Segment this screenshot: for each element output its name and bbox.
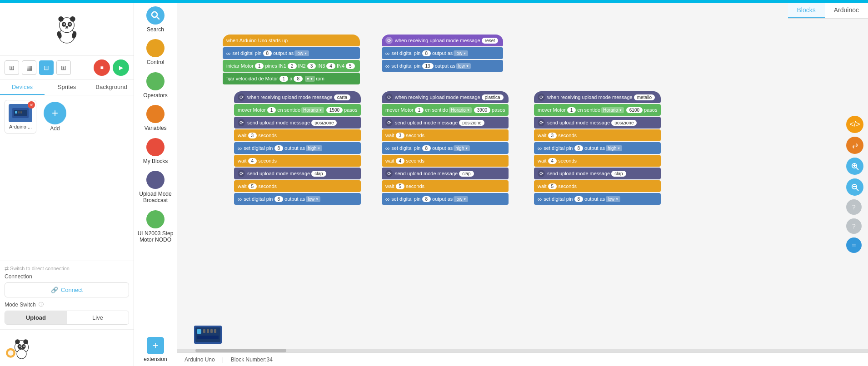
svg-rect-36 xyxy=(197,336,219,339)
view-grid2-btn[interactable]: ▦ xyxy=(22,60,36,75)
view-controls: ⊞ ▦ ⊟ ⊞ ■ ▶ xyxy=(0,56,134,80)
set-digital-1[interactable]: ∞ set digital pin 8 output as low xyxy=(223,47,360,59)
svg-rect-35 xyxy=(214,329,216,333)
help2-btn[interactable]: ? xyxy=(846,218,862,234)
play-btn[interactable]: ▶ xyxy=(113,59,129,76)
extension-icon: + xyxy=(147,337,164,354)
zoom-in-btn[interactable] xyxy=(846,158,863,175)
tab-sprites[interactable]: Sprites xyxy=(45,80,89,95)
set-digital-carta-high[interactable]: ∞ set digital pin 8 output as high xyxy=(234,142,361,154)
hat-block-carta[interactable]: ⟳ when receiving upload mode message car… xyxy=(234,91,361,103)
palette-control[interactable]: Control xyxy=(146,39,165,65)
wait-4-metallo[interactable]: wait 4 seconds xyxy=(534,155,661,167)
mover-motor-carta[interactable]: mover Motor 1 en sentido Horario 1500 pa… xyxy=(234,104,361,116)
left-panel: ⊞ ▦ ⊟ ⊞ ■ ▶ Devices Sprites Background xyxy=(0,3,134,366)
eq-btn[interactable]: = xyxy=(846,237,862,253)
palette-operators[interactable]: Operators xyxy=(143,72,167,99)
wait-3-metallo[interactable]: wait 3 seconds xyxy=(534,129,661,141)
connect-btn[interactable]: 🔗 Connect xyxy=(5,282,129,297)
mover-motor-plastica[interactable]: mover Motor 1 en sentido Horario 3900 pa… xyxy=(382,104,509,116)
send-upload-plastica[interactable]: ⟳ send upload mode message posizione xyxy=(382,117,509,129)
tab-arduinoc[interactable]: Arduinoc xyxy=(825,3,868,18)
hat-block-metallo[interactable]: ⟳ when receiving upload mode message met… xyxy=(534,91,661,103)
mover-motor-metallo[interactable]: mover Motor 1 en sentido Horario 6100 pa… xyxy=(534,104,661,116)
panda-mascot xyxy=(49,11,85,47)
wait-5-metallo[interactable]: wait 5 seconds xyxy=(534,180,661,192)
hat-block-2[interactable]: ⟳ when receiving upload mode message res… xyxy=(382,35,503,46)
send-upload-carta[interactable]: ⟳ send upload mode message posizione xyxy=(234,117,361,129)
set-digital-2a[interactable]: ∞ set digital pin 8 output as low xyxy=(382,47,503,59)
myblocks-icon xyxy=(146,138,165,156)
arduino-board-img xyxy=(193,323,223,348)
send-upload-clap-carta[interactable]: ⟳ send upload mode message clap xyxy=(234,168,361,179)
help-btn[interactable]: ? xyxy=(846,199,862,215)
tab-devices[interactable]: Devices xyxy=(0,80,45,95)
mascot-area xyxy=(0,3,134,56)
set-digital-2b[interactable]: ∞ set digital pin 13 output as low xyxy=(382,60,503,72)
h-scrollbar-thumb[interactable] xyxy=(195,349,286,352)
uln2003-icon xyxy=(146,210,165,228)
h-scrollbar[interactable] xyxy=(177,349,868,352)
control-label: Control xyxy=(147,59,165,65)
uln2003-label: ULN2003 Step Motor NODO xyxy=(136,230,175,243)
send-upload-metallo[interactable]: ⟳ send upload mode message posizione xyxy=(534,117,661,129)
app-container: ⊞ ▦ ⊟ ⊞ ■ ▶ Devices Sprites Background xyxy=(0,0,868,366)
svg-point-2 xyxy=(58,16,64,22)
live-mode-btn[interactable]: Live xyxy=(67,311,129,324)
extension-btn[interactable]: + extension xyxy=(144,337,167,362)
uploadmode-label: Upload Mode Broadcast xyxy=(136,191,175,204)
palette-variables[interactable]: Variables xyxy=(144,105,166,131)
svg-point-8 xyxy=(65,26,68,28)
arrow-btn[interactable]: ⇄ xyxy=(846,137,863,154)
wait-3-plastica[interactable]: wait 3 seconds xyxy=(382,129,509,141)
add-device-btn[interactable]: + xyxy=(44,102,66,124)
palette-uln2003[interactable]: ULN2003 Step Motor NODO xyxy=(136,210,175,243)
operators-icon xyxy=(146,72,165,90)
wait-5-plastica[interactable]: wait 5 seconds xyxy=(382,180,509,192)
mode-switch-row: Mode Switch ⓘ xyxy=(5,301,129,308)
iniciar-motor[interactable]: iniciar Motor 1 pines IN1 2 IN2 3 IN3 4 … xyxy=(223,60,360,72)
control-icon xyxy=(146,39,165,57)
variables-icon xyxy=(146,105,165,123)
code-btn[interactable]: </> xyxy=(846,116,863,133)
svg-rect-31 xyxy=(197,329,201,334)
block-group-plastica: ⟳ when receiving upload mode message pla… xyxy=(382,91,509,206)
variables-label: Variables xyxy=(144,125,166,131)
palette-search[interactable]: Search xyxy=(146,6,165,33)
block-group-2: ⟳ when receiving upload mode message res… xyxy=(382,35,503,73)
wait-5-carta[interactable]: wait 5 seconds xyxy=(234,180,361,192)
set-digital-plastica-low[interactable]: ∞ set digital pin 8 output as low xyxy=(382,193,509,205)
view-grid3-btn[interactable]: ⊟ xyxy=(39,60,54,75)
stop-btn[interactable]: ■ xyxy=(94,59,110,76)
view-expand-btn[interactable]: ⊞ xyxy=(5,60,19,75)
set-digital-carta-low[interactable]: ∞ set digital pin 8 output as low xyxy=(234,193,361,205)
tab-blocks[interactable]: Blocks xyxy=(788,3,825,18)
zoom-out-btn[interactable] xyxy=(846,178,863,196)
svg-point-26 xyxy=(17,349,26,359)
upload-mode-btn[interactable]: Upload xyxy=(5,311,67,324)
wait-4-plastica[interactable]: wait 4 seconds xyxy=(382,155,509,167)
send-upload-clap-plastica[interactable]: ⟳ send upload mode message clap xyxy=(382,168,509,179)
hat-block-plastica[interactable]: ⟳ when receiving upload mode message pla… xyxy=(382,91,509,103)
view-list-btn[interactable]: ⊞ xyxy=(56,60,71,75)
send-upload-clap-metallo[interactable]: ⟳ send upload mode message clap xyxy=(534,168,661,179)
palette-myblocks[interactable]: My Blocks xyxy=(143,138,168,164)
wait-3-carta[interactable]: wait 3 seconds xyxy=(234,129,361,141)
svg-rect-14 xyxy=(18,111,20,114)
tab-background[interactable]: Background xyxy=(89,80,134,95)
connection-section: ⇄ Switch to direct connection Connection… xyxy=(0,261,134,329)
blocks-workspace: when Arduino Uno starts up ∞ set digital… xyxy=(186,21,841,352)
mode-buttons: Upload Live xyxy=(5,311,129,325)
palette-uploadmode[interactable]: Upload Mode Broadcast xyxy=(136,171,175,204)
operators-label: Operators xyxy=(143,92,167,99)
hat-block-1[interactable]: when Arduino Uno starts up xyxy=(223,35,360,46)
svg-point-7 xyxy=(69,23,71,25)
svg-rect-34 xyxy=(210,329,213,333)
fijar-velocidad[interactable]: fijar velocidad de Motor 1 a 8 ▾ rpm xyxy=(223,73,360,84)
device-close-btn[interactable]: ✕ xyxy=(28,101,35,109)
set-digital-metallo-high[interactable]: ∞ set digital pin 8 output as high xyxy=(534,142,661,154)
svg-rect-15 xyxy=(20,111,22,114)
set-digital-plastica-high[interactable]: ∞ set digital pin 8 output as high xyxy=(382,142,509,154)
set-digital-metallo-low[interactable]: ∞ set digital pin 8 output as low xyxy=(534,193,661,205)
wait-4-carta[interactable]: wait 4 seconds xyxy=(234,155,361,167)
